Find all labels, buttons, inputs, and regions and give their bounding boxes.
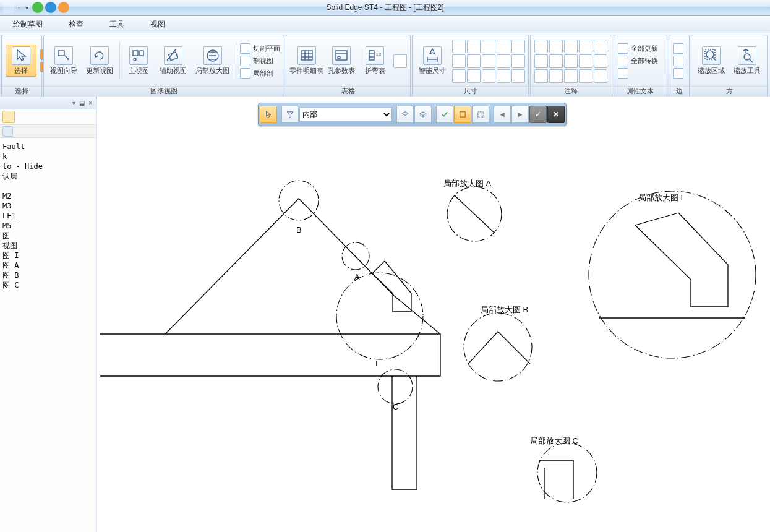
zoom-area-icon <box>702 46 721 65</box>
zoom-tool-button[interactable]: 缩放工具 <box>731 45 763 76</box>
drawing-canvas[interactable]: 内部 ◄ ► ✓ ✕ .thin { stroke:#000; stroke-w… <box>97 97 770 532</box>
anno-tool-15[interactable] <box>594 69 607 83</box>
dim-tool-11[interactable] <box>452 69 466 83</box>
tree-line[interactable]: M5 <box>2 221 11 230</box>
dim-tool-3[interactable] <box>482 40 495 53</box>
dim-tool-10[interactable] <box>511 54 525 68</box>
tree-line[interactable]: 图 B <box>2 271 19 280</box>
detail-title-B: 局部放大图 B <box>481 304 528 315</box>
qat-icon-2[interactable] <box>45 2 56 13</box>
left-panel-secondary-bar <box>0 125 96 138</box>
tree-filter-button[interactable] <box>2 126 13 137</box>
tree-line[interactable]: 图 A <box>2 261 19 270</box>
left-panel: ▾ ⬓ × Fault k to - Hide 认层 M2 M3 LE1 M5 … <box>0 97 96 532</box>
bend-table-button[interactable]: 1 2 折弯表 <box>360 45 390 76</box>
dim-tool-4[interactable] <box>497 40 510 53</box>
principal-view-button[interactable]: 主视图 <box>124 45 153 76</box>
dim-tool-1[interactable] <box>452 40 466 53</box>
panel-dropdown-icon[interactable]: ▾ <box>72 100 75 106</box>
smart-dim-button[interactable]: 智能尺寸 <box>416 45 448 76</box>
broken-section-button[interactable]: 局部剖 <box>240 68 280 79</box>
anno-tool-12[interactable] <box>549 69 563 83</box>
anno-tool-1[interactable] <box>534 40 548 53</box>
tree-line[interactable]: 视图 <box>2 241 17 250</box>
dim-tool-5[interactable] <box>511 40 525 53</box>
svg-text:1 2: 1 2 <box>376 53 382 56</box>
menu-tools[interactable]: 工具 <box>106 17 128 32</box>
menu-view[interactable]: 视图 <box>147 17 169 32</box>
ribbon-group-tables: 零件明细表 孔参数表 1 2 折弯表 表格 <box>286 35 411 98</box>
dim-tool-13[interactable] <box>482 69 495 83</box>
dim-tool-12[interactable] <box>467 69 481 83</box>
cut-plane-button[interactable]: 切割平面 <box>240 43 280 54</box>
anno-tool-13[interactable] <box>564 69 578 83</box>
anno-tool-9[interactable] <box>579 54 592 68</box>
cursor-icon <box>12 46 30 65</box>
svg-point-38 <box>464 313 532 381</box>
qat-dropdown[interactable]: ▾ <box>25 4 28 11</box>
dim-tool-9[interactable] <box>497 54 510 68</box>
anno-tool-2[interactable] <box>549 40 563 53</box>
tree-line[interactable]: LE1 <box>2 212 16 220</box>
svg-point-17 <box>338 56 340 59</box>
aux-view-button[interactable]: 辅助视图 <box>157 45 189 76</box>
dim-tool-7[interactable] <box>467 54 481 68</box>
dim-tool-15[interactable] <box>511 69 525 83</box>
dim-tool-8[interactable] <box>482 54 495 68</box>
tree-line[interactable]: 图 C <box>2 281 19 290</box>
tree-line[interactable]: M2 <box>2 192 11 200</box>
panel-pin-icon[interactable]: ⬓ <box>79 100 85 106</box>
feature-tree[interactable]: Fault k to - Hide 认层 M2 M3 LE1 M5 图 视图 图… <box>0 138 96 294</box>
anno-tool-5[interactable] <box>594 40 607 53</box>
tree-line[interactable]: Fault <box>2 142 25 151</box>
dim-tool-6[interactable] <box>452 54 466 68</box>
anno-tool-14[interactable] <box>579 69 592 83</box>
tree-line[interactable]: 图 I <box>2 251 19 260</box>
tables-extra-icon[interactable] <box>393 54 407 68</box>
edge-tool-1[interactable] <box>673 43 683 54</box>
tree-line[interactable]: 图 <box>2 231 10 240</box>
convert-all-icon <box>618 56 628 66</box>
svg-point-3 <box>134 58 136 61</box>
anno-tool-7[interactable] <box>549 54 563 68</box>
edge-tool-3[interactable] <box>673 68 683 79</box>
anno-tool-11[interactable] <box>534 69 548 83</box>
parts-list-button[interactable]: 零件明细表 <box>290 45 323 76</box>
section-view-button[interactable]: 剖视图 <box>240 56 280 66</box>
tree-line[interactable]: k <box>2 152 7 161</box>
qat-icon-1[interactable] <box>32 2 43 13</box>
convert-all-button[interactable]: 全部转换 <box>618 56 658 66</box>
zoom-area-button[interactable]: 缩放区域 <box>695 45 727 76</box>
tree-line[interactable]: to - Hide <box>2 162 43 171</box>
svg-rect-0 <box>58 51 64 56</box>
qat-icon-3[interactable] <box>58 2 69 13</box>
panel-close-icon[interactable]: × <box>88 100 92 106</box>
anno-tool-3[interactable] <box>564 40 578 53</box>
menu-inspect[interactable]: 检查 <box>65 17 87 32</box>
anno-tool-6[interactable] <box>534 54 548 68</box>
anno-tool-10[interactable] <box>594 54 607 68</box>
anno-tool-8[interactable] <box>564 54 578 68</box>
attr-extra-button[interactable] <box>618 68 658 79</box>
parts-list-icon <box>297 46 316 65</box>
qat-app-icon[interactable] <box>3 2 14 13</box>
tree-line[interactable]: M3 <box>2 202 11 210</box>
update-all-button[interactable]: 全部更新 <box>618 43 658 54</box>
detail-view-button[interactable]: 局部放大图 <box>193 45 232 76</box>
update-view-button[interactable]: 更新视图 <box>83 45 116 76</box>
quick-access-toolbar: · ▾ <box>3 2 69 13</box>
svg-rect-10 <box>301 51 312 60</box>
tree-line[interactable]: 认层 <box>2 172 17 181</box>
anno-tool-4[interactable] <box>579 40 592 53</box>
edge-tool-2[interactable] <box>673 56 683 66</box>
svg-point-35 <box>378 369 413 404</box>
tree-mode-button[interactable] <box>2 111 15 123</box>
dim-tool-2[interactable] <box>467 40 481 53</box>
menu-sketch[interactable]: 绘制草图 <box>9 17 46 32</box>
dim-tool-14[interactable] <box>497 69 510 83</box>
hole-table-button[interactable]: 孔参数表 <box>327 45 356 76</box>
ribbon: 选择 选择 视图向导 更新视图 主视图 <box>0 33 770 98</box>
select-button[interactable]: 选择 <box>6 45 36 77</box>
view-wizard-button[interactable]: 视图向导 <box>48 45 80 76</box>
svg-line-26 <box>712 57 716 61</box>
